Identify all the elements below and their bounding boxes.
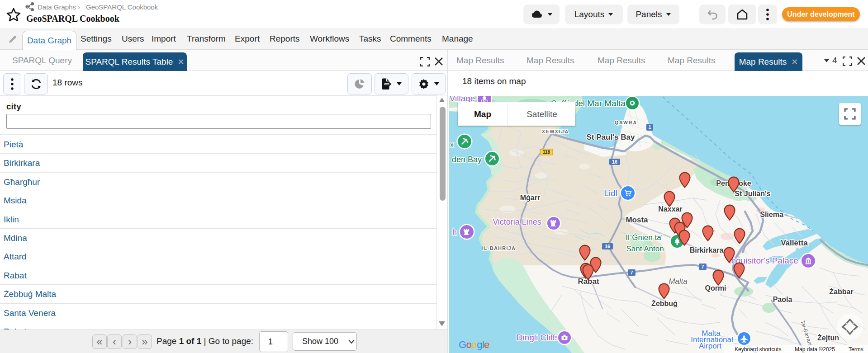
svg-text:Birkirkara: Birkirkara xyxy=(690,246,724,254)
svg-text:118: 118 xyxy=(543,150,550,155)
svg-text:IL-BAĦRIJA: IL-BAĦRIJA xyxy=(482,245,516,251)
svg-text:Valletta: Valletta xyxy=(781,239,808,247)
svg-text:St Paul's Bay: St Paul's Bay xyxy=(586,133,635,141)
svg-text:Terms: Terms xyxy=(849,346,863,353)
svg-text:Żabbar: Żabbar xyxy=(829,288,853,296)
svg-text:Victoria Lines: Victoria Lines xyxy=(493,217,541,226)
svg-text:Village: Village xyxy=(450,96,475,103)
svg-text:Lidl: Lidl xyxy=(604,188,617,198)
svg-text:Dingli Cliffs: Dingli Cliffs xyxy=(517,333,560,342)
svg-text:Google: Google xyxy=(459,339,489,350)
svg-text:Sant Anton: Sant Anton xyxy=(626,245,664,253)
svg-text:Naxxar: Naxxar xyxy=(658,205,682,213)
svg-text:Malta: Malta xyxy=(669,277,688,286)
svg-text:Satellite: Satellite xyxy=(526,109,557,119)
svg-text:Paola: Paola xyxy=(773,296,792,303)
svg-text:Qormi: Qormi xyxy=(705,284,726,292)
svg-text:Map: Map xyxy=(474,109,491,119)
svg-text:Sliema: Sliema xyxy=(760,211,783,218)
svg-text:QAWRA: QAWRA xyxy=(615,120,637,125)
svg-text:16: 16 xyxy=(605,244,610,249)
svg-text:1: 1 xyxy=(648,124,651,130)
svg-text:7: 7 xyxy=(630,270,633,275)
svg-text:Keyboard shortcuts: Keyboard shortcuts xyxy=(735,346,781,353)
svg-text:h: h xyxy=(452,228,457,237)
svg-text:St Julian's: St Julian's xyxy=(735,190,770,198)
svg-text:Mġarr: Mġarr xyxy=(520,194,540,202)
svg-text:Żebbuġ: Żebbuġ xyxy=(651,300,678,307)
svg-text:Map data ©2025: Map data ©2025 xyxy=(795,346,835,353)
svg-text:Mosta: Mosta xyxy=(626,216,648,224)
svg-text:x: x xyxy=(451,141,454,148)
svg-text:Żejtun: Żejtun xyxy=(817,334,839,342)
svg-text:den Bay: den Bay xyxy=(452,155,482,164)
svg-text:XEMXIJA: XEMXIJA xyxy=(542,129,569,134)
svg-text:Airport: Airport xyxy=(699,342,721,350)
svg-text:7: 7 xyxy=(701,264,704,269)
svg-text:16: 16 xyxy=(612,159,617,165)
svg-text:Il-Ġnien ta': Il-Ġnien ta' xyxy=(626,233,663,242)
